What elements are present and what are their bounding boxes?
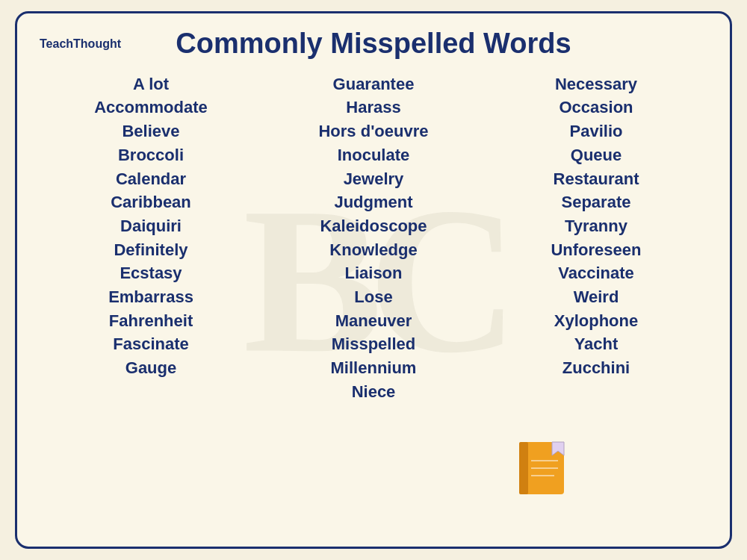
word-columns: A lotAccommodateBelieveBroccoliCalendarC… [40, 73, 707, 403]
word-item: Jewelry [344, 168, 404, 190]
word-item: Guarantee [333, 73, 415, 96]
word-item: Xylophone [554, 310, 638, 332]
word-item: Misspelled [332, 333, 415, 355]
word-item: Restaurant [554, 168, 639, 190]
word-item: Millennium [331, 357, 417, 379]
word-item: Niece [352, 381, 396, 403]
word-item: Gauge [125, 357, 176, 379]
column-right: NecessaryOccasionPavilioQueueRestaurantS… [485, 73, 707, 403]
word-item: Calendar [116, 168, 186, 190]
logo-part2: Thought [73, 37, 121, 50]
word-item: Lose [354, 286, 392, 308]
word-item: Unforeseen [551, 239, 641, 261]
word-item: Broccoli [118, 144, 184, 167]
page-title: Commonly Misspelled Words [144, 28, 603, 60]
word-item: Embarrass [108, 286, 193, 308]
word-item: Yacht [574, 333, 619, 355]
word-item: Weird [574, 286, 619, 308]
word-item: Pavilio [570, 120, 623, 143]
word-item: Hors d'oeuvre [318, 120, 428, 143]
logo-part1: Teach [40, 37, 73, 50]
word-item: Definitely [114, 239, 187, 261]
word-item: Kaleidoscope [320, 215, 427, 237]
word-item: Occasion [559, 96, 633, 119]
word-item: Liaison [344, 262, 402, 284]
word-item: Maneuver [335, 310, 412, 332]
header: TeachThought Commonly Misspelled Words [40, 28, 707, 60]
column-left: A lotAccommodateBelieveBroccoliCalendarC… [40, 73, 262, 403]
word-item: Judgment [334, 191, 412, 214]
word-item: Knowledge [329, 239, 417, 261]
word-item: Tyranny [565, 215, 627, 237]
word-item: Fahrenheit [109, 310, 193, 332]
word-item: Necessary [555, 73, 637, 96]
word-item: Inoculate [338, 144, 410, 167]
word-item: Queue [571, 144, 622, 167]
svg-rect-1 [519, 442, 528, 494]
main-card: BC TeachThought Commonly Misspelled Word… [15, 11, 732, 549]
word-item: Fascinate [113, 333, 189, 355]
word-item: Ecstasy [120, 262, 182, 284]
word-item: Caribbean [111, 191, 191, 214]
word-item: Separate [562, 191, 631, 214]
word-item: Accommodate [94, 96, 208, 119]
word-item: Daiquiri [120, 215, 182, 237]
word-item: A lot [133, 73, 169, 96]
logo: TeachThought [40, 37, 144, 51]
column-middle: GuaranteeHarassHors d'oeuvreInoculateJew… [262, 73, 485, 403]
word-item: Believe [122, 120, 179, 143]
word-item: Zucchini [562, 357, 630, 379]
word-item: Harass [346, 96, 400, 119]
book-icon [513, 435, 573, 502]
word-item: Vaccinate [558, 262, 634, 284]
